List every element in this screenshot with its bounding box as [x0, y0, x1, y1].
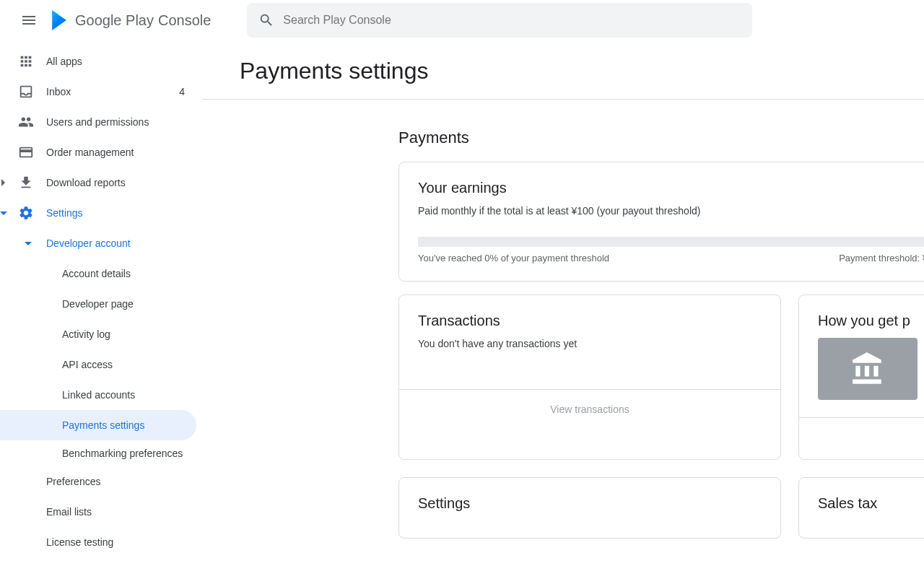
- main-menu-button[interactable]: [12, 3, 46, 38]
- sidebar-item-developer-page[interactable]: Developer page: [0, 289, 196, 319]
- download-icon: [18, 175, 34, 191]
- transactions-title: Transactions: [418, 313, 762, 329]
- gear-icon: [18, 205, 34, 221]
- sidebar-label: Linked accounts: [62, 389, 135, 401]
- inbox-count-badge: 4: [179, 86, 185, 97]
- sidebar-label: Developer page: [62, 298, 134, 310]
- settings-card-title: Settings: [418, 495, 762, 512]
- sidebar-label: Activity log: [62, 328, 110, 340]
- inbox-icon: [18, 84, 34, 100]
- divider: [202, 99, 924, 100]
- bank-icon: [850, 351, 886, 387]
- progress-left-label: You've reached 0% of your payment thresh…: [418, 253, 609, 263]
- sidebar-label: License testing: [46, 536, 113, 548]
- sidebar-label: Preferences: [46, 476, 100, 487]
- earnings-subtitle: Paid monthly if the total is at least ¥1…: [418, 205, 924, 217]
- progress-right-label: Payment threshold: ¥: [839, 253, 924, 263]
- earnings-progress-bar: [418, 237, 924, 247]
- sidebar-label: Users and permissions: [46, 116, 149, 128]
- sidebar-label: API access: [62, 359, 113, 370]
- sidebar-item-email-lists[interactable]: Email lists: [0, 497, 196, 527]
- how-you-get-paid-card: How you get p: [798, 295, 924, 460]
- sidebar-label: Download reports: [46, 177, 126, 188]
- sidebar-item-license-testing[interactable]: License testing: [0, 527, 196, 557]
- how-paid-title: How you get p: [818, 313, 923, 329]
- sidebar-item-orders[interactable]: Order management: [0, 137, 196, 167]
- search-icon: [258, 12, 274, 28]
- people-icon: [18, 114, 34, 130]
- hamburger-icon: [20, 12, 38, 29]
- sidebar: All apps Inbox 4 Users and permissions O…: [0, 40, 202, 557]
- sidebar-label: Order management: [46, 147, 134, 158]
- search-box[interactable]: [247, 3, 752, 38]
- sidebar-label: Developer account: [46, 237, 131, 249]
- settings-card: Settings: [398, 477, 781, 539]
- sidebar-item-preferences[interactable]: Preferences: [0, 466, 196, 497]
- product-logo[interactable]: Google Play Console: [49, 10, 211, 30]
- sidebar-label: Benchmarking preferences: [62, 448, 183, 459]
- sidebar-item-activity-log[interactable]: Activity log: [0, 319, 196, 349]
- sidebar-label: Email lists: [46, 506, 92, 518]
- sidebar-label: All apps: [46, 56, 82, 67]
- earnings-title: Your earnings: [418, 180, 924, 196]
- logo-text: Google Play Console: [75, 12, 211, 29]
- section-payments-heading: Payments: [398, 128, 924, 147]
- transactions-empty-text: You don't have any transactions yet: [418, 338, 762, 349]
- sales-tax-card: Sales tax: [798, 477, 924, 539]
- sidebar-label: Payments settings: [62, 419, 144, 431]
- app-header: Google Play Console: [0, 0, 924, 40]
- play-logo-icon: [49, 10, 69, 30]
- credit-card-icon: [18, 144, 34, 160]
- sidebar-item-api-access[interactable]: API access: [0, 349, 196, 380]
- sidebar-item-developer-account[interactable]: Developer account: [0, 228, 196, 258]
- apps-icon: [18, 53, 34, 69]
- sidebar-item-downloads[interactable]: Download reports: [0, 167, 196, 198]
- transactions-card: Transactions You don't have any transact…: [398, 295, 781, 460]
- sidebar-item-users[interactable]: Users and permissions: [0, 107, 196, 137]
- main-content: Payments settings Payments Your earnings…: [202, 40, 924, 557]
- page-title: Payments settings: [240, 58, 924, 84]
- sidebar-label: Account details: [62, 268, 131, 279]
- view-transactions-button[interactable]: View transactions: [550, 404, 629, 415]
- sidebar-item-linked-accounts[interactable]: Linked accounts: [0, 380, 196, 410]
- sidebar-item-inbox[interactable]: Inbox 4: [0, 77, 196, 107]
- search-input[interactable]: [283, 14, 741, 27]
- sidebar-item-account-details[interactable]: Account details: [0, 258, 196, 289]
- earnings-card: Your earnings Paid monthly if the total …: [398, 162, 924, 282]
- sidebar-item-payments-settings[interactable]: Payments settings: [0, 410, 196, 440]
- sidebar-label: Inbox: [46, 86, 71, 97]
- chevron-down-icon: [25, 242, 32, 245]
- sidebar-item-benchmarking[interactable]: Benchmarking preferences: [0, 440, 196, 466]
- sidebar-item-all-apps[interactable]: All apps: [0, 46, 196, 77]
- sidebar-item-settings[interactable]: Settings: [0, 198, 196, 228]
- bank-card-placeholder[interactable]: [818, 338, 918, 400]
- sidebar-label: Settings: [46, 207, 83, 219]
- sales-tax-title: Sales tax: [818, 495, 923, 512]
